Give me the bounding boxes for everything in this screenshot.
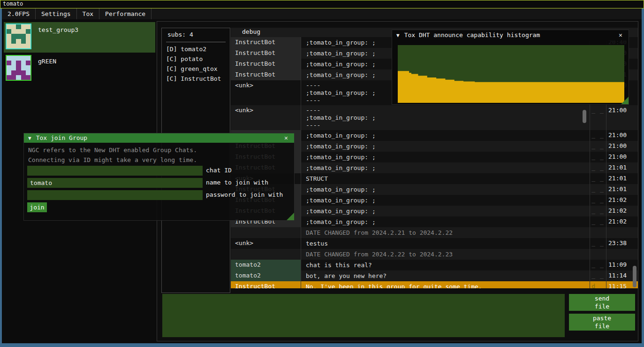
message-sender: InstructBot [231, 48, 301, 59]
ngc-info-line: NGC refers to the New DHT enabled Group … [28, 147, 197, 154]
dialog-field-chat-ID[interactable] [27, 166, 203, 176]
message-text: chat is this real? [301, 260, 590, 270]
menu-item-settings[interactable]: Settings [36, 8, 77, 19]
message-status: _ _ [590, 141, 606, 152]
message-row: <unk>testus_ _23:38 [231, 238, 638, 249]
group-item-green[interactable]: gREEN [4, 54, 155, 81]
message-timestamp: 21:00 [606, 105, 631, 130]
group-avatar [6, 55, 31, 81]
message-sender: InstructBot [231, 59, 301, 69]
collapse-arrow-icon[interactable]: ▼ [396, 31, 400, 41]
collapse-arrow-icon[interactable]: ▼ [28, 134, 31, 143]
message-status: _ _ [590, 216, 606, 227]
join-group-dialog: ▼Tox join Group ✕ NGC refers to the New … [23, 133, 295, 221]
message-text: testus [301, 238, 590, 249]
group-avatar [6, 23, 31, 49]
dialog-field-label: chat ID [206, 167, 232, 174]
message-timestamp: 23:38 [606, 238, 631, 249]
menu-item-20fps[interactable]: 2.0FPS [2, 8, 36, 19]
subscriber-item[interactable]: [C] InstructBot [162, 74, 230, 84]
dialog-field-name-to-join-with[interactable] [27, 178, 203, 188]
message-status: _ _ [590, 270, 606, 281]
subscribers-list: [D] tomato2[C] potato[C] green_qtox[C] I… [162, 44, 230, 84]
message-text: ;tomato_in_group: ; [301, 184, 590, 195]
message-text: ;tomato_in_group: ; [301, 141, 590, 152]
row-scrollbar-thumb[interactable] [583, 110, 586, 123]
message-row: <unk>---- ;tomato_in_group: ; ----_ _21:… [231, 105, 638, 130]
group-name: gREEN [38, 58, 56, 81]
message-timestamp: 21:02 [606, 216, 631, 227]
message-row: tomato2bot, are you new here?_ _11:14 [231, 270, 638, 281]
message-sender: InstructBot [231, 37, 301, 48]
ngc-info-line: Connecting via ID might take a very long… [28, 156, 197, 163]
message-sender [231, 227, 301, 238]
chat-scrollbar-thumb[interactable] [633, 266, 636, 287]
menu-item-tox[interactable]: Tox [77, 8, 99, 19]
menu-item-performance[interactable]: Performance [99, 8, 152, 19]
message-timestamp: 21:01 [606, 184, 631, 195]
message-timestamp [606, 249, 631, 260]
close-icon[interactable]: ✕ [282, 133, 290, 143]
app-window: tomato 2.0FPSSettingsToxPerformance test… [0, 0, 644, 347]
message-text: STRUCT [301, 173, 590, 184]
message-status: _ _ [590, 162, 606, 173]
message-status: _ _ [590, 195, 606, 206]
message-row: InstructBotNo, I've been in this group f… [231, 281, 638, 288]
send-file-button[interactable]: send file [569, 294, 635, 311]
dht-histogram-plot [398, 45, 624, 103]
message-text: ;tomato_in_group: ; [301, 206, 590, 216]
message-timestamp: 21:01 [606, 162, 631, 173]
date-separator-row: DATE CHANGED from 2024.2.21 to 2024.2.22 [231, 227, 638, 238]
resize-grip-icon[interactable] [621, 97, 629, 104]
message-text: ;tomato_in_group: ; [301, 195, 590, 206]
message-status: _ _ [590, 238, 606, 249]
column-divider-sender [301, 37, 301, 288]
message-timestamp: 21:02 [606, 195, 631, 206]
menu-bar: 2.0FPSSettingsToxPerformance [2, 8, 642, 19]
dialog-field-password-to-join-with[interactable] [27, 190, 203, 200]
window-titlebar[interactable]: tomato [0, 0, 644, 8]
message-status: _ _ [590, 184, 606, 195]
join-group-titlebar[interactable]: ▼Tox join Group ✕ [24, 133, 294, 143]
resize-grip-icon[interactable] [287, 213, 294, 220]
dht-histogram-titlebar[interactable]: ▼Tox DHT announce capability histogram ✕ [392, 30, 629, 40]
subscriber-item[interactable]: [D] tomato2 [162, 44, 230, 54]
message-sender: InstructBot [231, 69, 301, 80]
subscriber-item[interactable]: [C] green_qtox [162, 64, 230, 74]
message-text: No, I've been in this group for quite so… [301, 281, 590, 288]
message-sender [231, 249, 301, 260]
paste-file-button[interactable]: paste file [569, 314, 635, 331]
tab-debug[interactable]: debug [231, 28, 267, 35]
histogram-area-chart [398, 45, 624, 103]
message-status: d _ [590, 281, 606, 288]
message-status: _ _ [590, 260, 606, 270]
subscriber-item[interactable]: [C] potato [162, 54, 230, 64]
date-separator-text: DATE CHANGED from 2024.2.21 to 2024.2.22 [301, 227, 590, 238]
group-item-test_group3[interactable]: test_group3 [4, 22, 155, 53]
dialog-field-label: password to join with [206, 191, 283, 198]
message-text: ---- ;tomato_in_group: ; ---- [301, 105, 590, 130]
message-timestamp: 21:00 [606, 141, 631, 152]
message-status: _ _ [590, 206, 606, 216]
date-separator-text: DATE CHANGED from 2024.2.22 to 2024.2.23 [301, 249, 590, 260]
join-button[interactable]: join [27, 202, 47, 212]
close-icon[interactable]: ✕ [616, 30, 625, 40]
message-timestamp: 11:14 [606, 270, 631, 281]
message-row: tomato2chat is this real?_ _11:09 [231, 260, 638, 270]
message-timestamp: 21:00 [606, 152, 631, 162]
message-text: ;tomato_in_group: ; [301, 216, 590, 227]
message-timestamp [606, 227, 631, 238]
message-timestamp: 11:15 [606, 281, 631, 288]
message-timestamp: 21:02 [606, 206, 631, 216]
window-border-left [0, 8, 2, 347]
message-text: ;tomato_in_group: ; [301, 130, 590, 141]
message-text: ;tomato_in_group: ; [301, 162, 590, 173]
message-sender: <unk> [231, 80, 301, 105]
window-border-right [642, 8, 644, 347]
message-input[interactable] [162, 294, 565, 337]
message-status [590, 249, 606, 260]
message-sender: <unk> [231, 105, 301, 130]
join-group-title: Tox join Group [36, 134, 88, 141]
message-sender: tomato2 [231, 270, 301, 281]
window-border-bottom [0, 343, 644, 347]
